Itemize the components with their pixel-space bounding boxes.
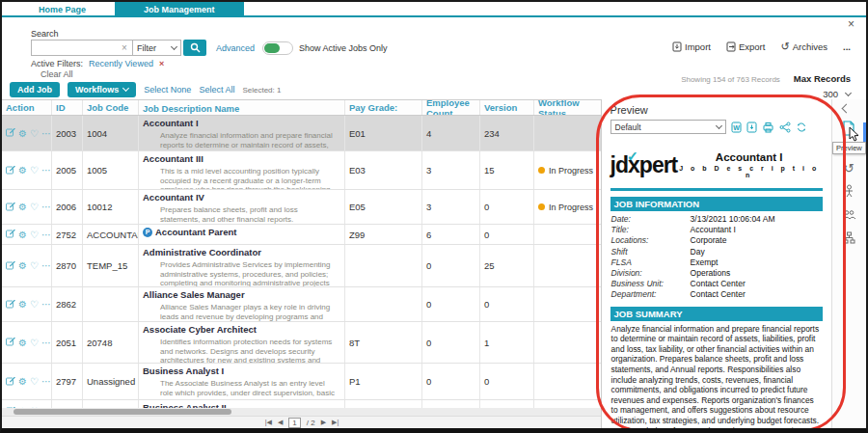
- active-jobs-toggle[interactable]: [262, 41, 293, 55]
- edit-icon[interactable]: [6, 165, 15, 176]
- import-icon: [672, 41, 682, 52]
- row-more-icon[interactable]: ⋯: [41, 338, 51, 348]
- heart-icon[interactable]: ♡: [30, 376, 39, 387]
- export-button[interactable]: Export: [726, 41, 765, 52]
- field-label: Business Unit:: [611, 279, 691, 289]
- import-button[interactable]: Import: [672, 41, 711, 52]
- table-row[interactable]: ⚙ ♡ ⋯ 2870 TEMP_15 PAdministrative Coord…: [2, 245, 601, 287]
- row-more-icon[interactable]: ⋯: [41, 299, 51, 310]
- prev-page-button[interactable]: ◀: [278, 419, 283, 426]
- gear-icon[interactable]: ⚙: [18, 260, 27, 271]
- status-text: In Progress: [549, 203, 593, 212]
- archives-button[interactable]: ↺ Archives: [780, 41, 827, 53]
- heart-icon[interactable]: ♡: [30, 165, 39, 176]
- table-row[interactable]: ⚙ ♡ ⋯ 2051 20748 PAssociate Cyber Archit…: [2, 322, 601, 364]
- org-chart-icon[interactable]: [843, 230, 855, 248]
- first-page-button[interactable]: |◀: [265, 419, 272, 426]
- col-header-version[interactable]: Version: [480, 100, 534, 115]
- edit-icon[interactable]: [6, 260, 15, 272]
- refresh-icon[interactable]: [796, 122, 807, 133]
- scrollbar-thumb[interactable]: [14, 409, 231, 415]
- row-more-icon[interactable]: ⋯: [41, 260, 51, 271]
- table-row[interactable]: ⚙ ♡ ⋯ 2797 Unassigned PBusiness Analyst …: [2, 364, 601, 400]
- active-filters-label: Active Filters:: [31, 59, 83, 68]
- people-settings-icon[interactable]: [843, 207, 856, 225]
- heart-icon[interactable]: ♡: [30, 128, 39, 139]
- search-input[interactable]: [32, 41, 119, 54]
- current-page-input[interactable]: 1: [288, 418, 300, 428]
- workflows-button[interactable]: Workflows: [68, 82, 136, 97]
- advanced-link[interactable]: Advanced: [216, 43, 255, 53]
- heart-icon[interactable]: ♡: [30, 202, 39, 212]
- search-button[interactable]: [183, 40, 206, 56]
- share-icon[interactable]: [779, 122, 791, 133]
- last-page-button[interactable]: ▶|: [332, 419, 339, 426]
- col-header-action[interactable]: Action: [2, 100, 52, 115]
- table-header-row: Action ID Job Code Job Description Name …: [2, 100, 601, 116]
- gear-icon[interactable]: ⚙: [18, 165, 27, 176]
- horizontal-scrollbar[interactable]: [2, 408, 601, 416]
- col-header-employee-count[interactable]: Employee Count: [422, 100, 480, 115]
- collapse-panel-icon[interactable]: [842, 104, 852, 114]
- export-pdf-icon[interactable]: [746, 122, 757, 133]
- heart-icon[interactable]: ♡: [30, 299, 39, 310]
- status-dot: [538, 203, 545, 210]
- select-none-link[interactable]: Select None: [144, 85, 191, 95]
- add-job-button[interactable]: Add Job: [10, 82, 60, 97]
- remove-filter-icon[interactable]: ×: [159, 59, 164, 68]
- max-records-dropdown[interactable]: 300: [823, 89, 851, 99]
- filter-dropdown[interactable]: Filter: [133, 40, 181, 56]
- export-word-icon[interactable]: W: [731, 122, 742, 133]
- next-page-button[interactable]: ▶: [321, 419, 326, 426]
- records-count-text: Showing 154 of 763 Records: [681, 75, 780, 84]
- table-row[interactable]: ⚙ ♡ ⋯ 2862 PAlliance Sales Manager Allia…: [2, 287, 601, 322]
- version: 1: [480, 322, 534, 363]
- history-icon[interactable]: ↺: [844, 161, 854, 176]
- col-header-workflow-status[interactable]: Workflow Status: [534, 100, 600, 115]
- row-more-icon[interactable]: ⋯: [41, 128, 51, 139]
- more-options-button[interactable]: ...: [843, 41, 851, 52]
- print-icon[interactable]: [762, 122, 774, 133]
- row-more-icon[interactable]: ⋯: [41, 376, 51, 387]
- pay-grade: Z99: [345, 225, 422, 244]
- edit-icon[interactable]: [6, 202, 15, 213]
- field-value: Accountant I: [691, 225, 736, 235]
- row-more-icon[interactable]: ⋯: [41, 165, 51, 176]
- col-header-name[interactable]: Job Description Name: [139, 100, 345, 115]
- filter-chip-recently-viewed[interactable]: Recently Viewed: [89, 59, 153, 68]
- row-more-icon[interactable]: ⋯: [41, 202, 51, 212]
- select-all-link[interactable]: Select All: [199, 85, 234, 95]
- heart-icon[interactable]: ♡: [30, 338, 39, 348]
- chevron-down-icon: [171, 42, 177, 49]
- col-header-pay-grade[interactable]: Pay Grade:: [345, 100, 422, 115]
- table-row[interactable]: ⚙ ♡ ⋯ 2005 1005 PAccountant III This is …: [2, 151, 601, 190]
- table-row[interactable]: ⚙ ♡ ⋯ 2752 ACCOUNTANT PAccountant Parent…: [2, 225, 601, 245]
- preview-doc-icon[interactable]: [842, 121, 855, 140]
- gear-icon[interactable]: ⚙: [18, 299, 27, 310]
- job-code: Unassigned: [83, 364, 139, 399]
- clear-search-icon[interactable]: ×: [119, 42, 130, 53]
- gear-icon[interactable]: ⚙: [18, 202, 27, 212]
- edit-icon[interactable]: [6, 376, 15, 388]
- tab-home-page[interactable]: Home Page: [10, 2, 115, 15]
- col-header-job-code[interactable]: Job Code: [83, 100, 139, 115]
- heart-icon[interactable]: ♡: [30, 230, 39, 240]
- clear-all-link[interactable]: Clear All: [41, 69, 73, 79]
- tab-job-management[interactable]: Job Management: [115, 2, 244, 15]
- edit-icon[interactable]: [6, 299, 15, 311]
- template-dropdown[interactable]: Default: [610, 120, 726, 134]
- gear-icon[interactable]: ⚙: [18, 376, 27, 387]
- table-row[interactable]: ⚙ ♡ ⋯ 2003 1004 PAccountant I Analyze fi…: [2, 116, 601, 151]
- row-more-icon[interactable]: ⋯: [41, 230, 51, 240]
- person-icon[interactable]: [843, 184, 855, 202]
- col-header-id[interactable]: ID: [52, 100, 83, 115]
- edit-icon[interactable]: [6, 229, 15, 240]
- gear-icon[interactable]: ⚙: [18, 230, 27, 240]
- table-row[interactable]: ⚙ ♡ ⋯ 2006 10012 PAccountant IV Prepares…: [2, 190, 601, 225]
- close-icon[interactable]: ×: [848, 19, 854, 29]
- gear-icon[interactable]: ⚙: [18, 338, 27, 348]
- edit-icon[interactable]: [6, 337, 15, 348]
- edit-icon[interactable]: [6, 127, 15, 139]
- heart-icon[interactable]: ♡: [30, 260, 39, 271]
- gear-icon[interactable]: ⚙: [18, 128, 27, 139]
